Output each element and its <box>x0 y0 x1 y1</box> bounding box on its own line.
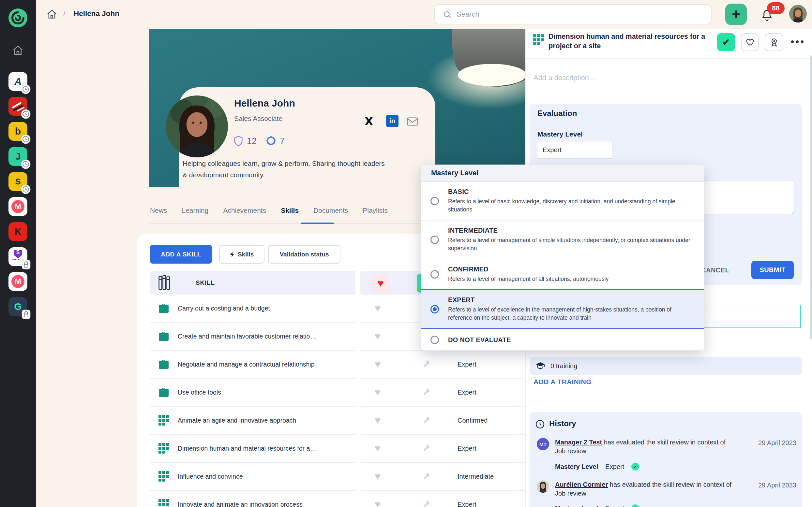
table-row[interactable]: Influence and convince <box>150 463 355 491</box>
mastery-option-do-not-evaluate[interactable]: DO NOT EVALUATE <box>421 329 704 350</box>
sidebar-app-m2[interactable]: M <box>8 272 28 291</box>
breadcrumb: Hellena John <box>74 9 119 18</box>
briefcase-icon <box>158 331 169 341</box>
sidebar-app-k[interactable]: K <box>8 222 28 241</box>
tab-skills[interactable]: Skills <box>281 207 299 214</box>
profile-name: Hellena John <box>234 98 295 109</box>
user-avatar-image <box>789 5 807 22</box>
history-context: Job review <box>555 489 751 498</box>
tab-learning[interactable]: Learning <box>182 207 209 214</box>
mastery-level-value: Expert <box>458 389 476 396</box>
mastery-option-intermediate[interactable]: INTERMEDIATE Refers to a level of manage… <box>421 220 704 259</box>
panel-divider <box>526 58 812 59</box>
favorite-heart-icon[interactable] <box>375 470 380 482</box>
validate-skill-button[interactable] <box>717 33 735 51</box>
submit-button[interactable]: SUBMIT <box>751 261 794 279</box>
table-row[interactable]: Dimension human and material resources f… <box>150 435 355 463</box>
tab-achievements[interactable]: Achievements <box>223 207 266 214</box>
user-avatar[interactable] <box>789 5 807 22</box>
history-date: 29 April 2023 <box>728 439 796 447</box>
validation-status-button[interactable]: Validation status <box>268 245 341 264</box>
endorse-skill-button[interactable] <box>765 33 783 51</box>
sidebar-app-markers[interactable] <box>8 97 28 116</box>
brand-logo[interactable] <box>8 8 28 27</box>
g-app-icon: G <box>14 302 21 312</box>
notification-count-badge: 88 <box>767 2 784 14</box>
evaluation-comment-textarea[interactable] <box>702 180 795 214</box>
tag-input-focused[interactable] <box>700 305 801 328</box>
favorite-heart-icon[interactable] <box>375 499 380 507</box>
tab-playlists[interactable]: Playlists <box>363 207 388 214</box>
endorse-arrow-icon[interactable] <box>422 415 430 426</box>
mail-icon[interactable] <box>406 117 419 126</box>
endorse-arrow-icon[interactable] <box>422 499 430 507</box>
table-row-actions: Confirmed <box>360 407 525 435</box>
favorite-heart-icon[interactable] <box>375 302 380 314</box>
lock-badge-icon <box>21 260 31 270</box>
search-input[interactable] <box>435 4 712 24</box>
endorse-arrow-icon[interactable] <box>422 471 430 482</box>
briefcase-icon <box>158 387 169 398</box>
create-button[interactable]: + <box>725 4 747 25</box>
mastery-option-confirmed[interactable]: CONFIRMED Refers to a level of managemen… <box>421 259 704 289</box>
history-heading: History <box>549 419 576 428</box>
evaluation-heading: Evaluation <box>538 109 577 118</box>
tab-documents[interactable]: Documents <box>313 207 348 214</box>
description-placeholder[interactable]: Add a description... <box>534 74 595 82</box>
sidebar-app-j[interactable]: J <box>8 147 28 166</box>
history-avatar-photo <box>537 480 549 493</box>
linkedin-icon[interactable]: in <box>386 115 399 127</box>
skills-filter-button[interactable]: Skills <box>219 245 264 264</box>
endorse-arrow-icon[interactable] <box>422 443 430 454</box>
table-row[interactable]: Carry out a costing and a budget <box>150 294 355 323</box>
heart-icon <box>746 39 754 46</box>
history-avatar-initials: MT <box>537 438 549 450</box>
add-training-link[interactable]: ADD A TRAINING <box>534 378 592 386</box>
table-row[interactable]: Innovate and animate an innovation proce… <box>150 491 355 507</box>
briefcase-icon <box>158 303 169 314</box>
sidebar-app-g[interactable]: G <box>8 297 28 316</box>
table-row[interactable]: Use office tools <box>150 379 355 407</box>
clock-badge-icon <box>21 159 31 169</box>
favorites-column-icon <box>371 274 390 293</box>
endorse-arrow-icon[interactable] <box>422 387 430 398</box>
sidebar-app-b[interactable]: b <box>8 122 28 141</box>
add-skill-button[interactable]: ADD A SKILL <box>150 245 212 264</box>
training-count-row[interactable]: 0 training <box>529 357 802 375</box>
app-window: A b J <box>0 0 812 507</box>
sidebar-app-astra[interactable]: A <box>8 72 28 91</box>
favorite-heart-icon[interactable] <box>375 330 380 342</box>
mastery-option-basic[interactable]: BASIC Refers to a level of basic knowled… <box>421 182 704 220</box>
favorite-heart-icon[interactable] <box>375 443 380 454</box>
sidebar-home-button[interactable] <box>12 45 24 56</box>
more-options-button[interactable] <box>791 40 804 43</box>
lock-badge-icon <box>21 309 31 319</box>
x-social-icon[interactable]: X <box>365 115 373 128</box>
mastery-level-input[interactable] <box>537 141 612 159</box>
history-user-link[interactable]: Aurélien Cormier <box>555 481 608 488</box>
panel-skill-title: Dimension human and material resources f… <box>549 32 723 51</box>
table-row[interactable]: Animate an agile and innovative approach <box>150 407 355 435</box>
m-app-icon: M <box>11 200 24 213</box>
history-user-link[interactable]: Manager 2 Test <box>555 439 602 446</box>
badge-seal-icon <box>265 135 277 147</box>
breadcrumb-home-button[interactable] <box>46 9 57 20</box>
table-row[interactable]: Create and maintain favorable customer r… <box>150 323 355 351</box>
history-entry-text: Aurélien Cormier has evaluated the skill… <box>555 480 751 498</box>
plus-icon: + <box>732 6 740 22</box>
favorite-skill-button[interactable] <box>741 33 759 51</box>
tab-news[interactable]: News <box>150 207 167 214</box>
sidebar-app-s[interactable]: S <box>8 172 28 191</box>
sidebar-app-m[interactable]: M <box>8 197 28 216</box>
table-row[interactable]: Negotiate and manage a contractual relat… <box>150 351 355 379</box>
radio-icon <box>430 236 439 244</box>
endorse-arrow-icon[interactable] <box>422 359 430 370</box>
panel-scrollbar-thumb[interactable] <box>810 55 812 339</box>
favorite-heart-icon[interactable] <box>375 414 380 426</box>
favorite-heart-icon[interactable] <box>375 386 380 398</box>
mastery-option-expert[interactable]: EXPERT Refers to a level of excellence i… <box>421 289 704 329</box>
favorite-heart-icon[interactable] <box>375 358 380 370</box>
m2-app-icon: M <box>11 275 24 288</box>
sidebar-app-shield[interactable]: S SHIELD <box>8 247 28 266</box>
cancel-button[interactable]: CANCEL <box>701 267 729 274</box>
